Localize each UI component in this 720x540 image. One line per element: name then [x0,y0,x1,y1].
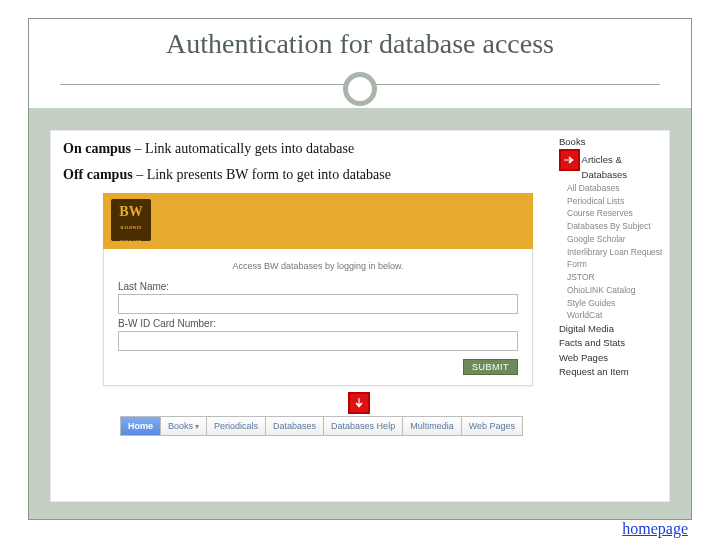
slide-title: Authentication for database access [0,28,720,60]
tab-strip: Home Books▾ Periodicals Databases Databa… [120,416,600,436]
homepage-link[interactable]: homepage [622,520,688,538]
side-menu-item[interactable]: WorldCat [559,309,663,322]
side-menu-item[interactable]: JSTOR [559,271,663,284]
side-menu: Books Articles & Databases All Databases… [559,135,663,379]
down-arrow-wrap [63,392,657,414]
side-menu-facts[interactable]: Facts and Stats [559,336,663,350]
side-menu-item[interactable]: Databases By Subject [559,220,663,233]
id-card-input[interactable] [118,331,518,351]
side-menu-item[interactable]: OhioLINK Catalog [559,284,663,297]
arrow-right-icon [559,149,580,171]
bw-logo-sub: BALDWIN WALLACE [111,221,151,249]
side-menu-item[interactable]: Style Guides [559,297,663,310]
tab-webpages[interactable]: Web Pages [461,416,523,436]
chevron-down-icon: ▾ [195,422,199,431]
circle-emblem-icon [343,72,377,106]
tab-books[interactable]: Books▾ [160,416,207,436]
login-header: BW BALDWIN WALLACE [103,193,533,249]
side-menu-webpages[interactable]: Web Pages [559,351,663,365]
tab-databases-help[interactable]: Databases Help [323,416,403,436]
last-name-input[interactable] [118,294,518,314]
bullet-on-campus-text: – Link automatically gets into database [131,141,354,156]
side-menu-item[interactable]: Course Reserves [559,207,663,220]
bullet-on-campus-bold: On campus [63,141,131,156]
side-menu-item[interactable]: Google Scholar [559,233,663,246]
login-body: Access BW databases by logging in below.… [103,249,533,386]
tab-books-label: Books [168,421,193,431]
tab-multimedia[interactable]: Multimedia [402,416,462,436]
tab-databases[interactable]: Databases [265,416,324,436]
bw-logo-main: BW [119,204,142,219]
side-menu-articles[interactable]: Articles & Databases [582,153,663,182]
bullet-off-campus-text: – Link presents BW form to get into data… [133,167,391,182]
id-card-label: B-W ID Card Number: [118,318,518,329]
side-menu-request[interactable]: Request an Item [559,365,663,379]
side-menu-item[interactable]: Periodical Lists [559,195,663,208]
content-panel: On campus – Link automatically gets into… [50,130,670,502]
side-menu-digital[interactable]: Digital Media [559,322,663,336]
tab-periodicals[interactable]: Periodicals [206,416,266,436]
login-instruction: Access BW databases by logging in below. [118,261,518,271]
side-menu-item[interactable]: Interlibrary Loan Request Form [559,246,663,272]
login-panel: BW BALDWIN WALLACE Access BW databases b… [103,193,533,386]
bullet-off-campus-bold: Off campus [63,167,133,182]
tab-home[interactable]: Home [120,416,161,436]
bw-logo-icon: BW BALDWIN WALLACE [111,199,151,241]
side-menu-books[interactable]: Books [559,135,663,149]
last-name-label: Last Name: [118,281,518,292]
submit-button[interactable]: SUBMIT [463,359,518,375]
side-menu-item[interactable]: All Databases [559,182,663,195]
arrow-down-icon [348,392,370,414]
